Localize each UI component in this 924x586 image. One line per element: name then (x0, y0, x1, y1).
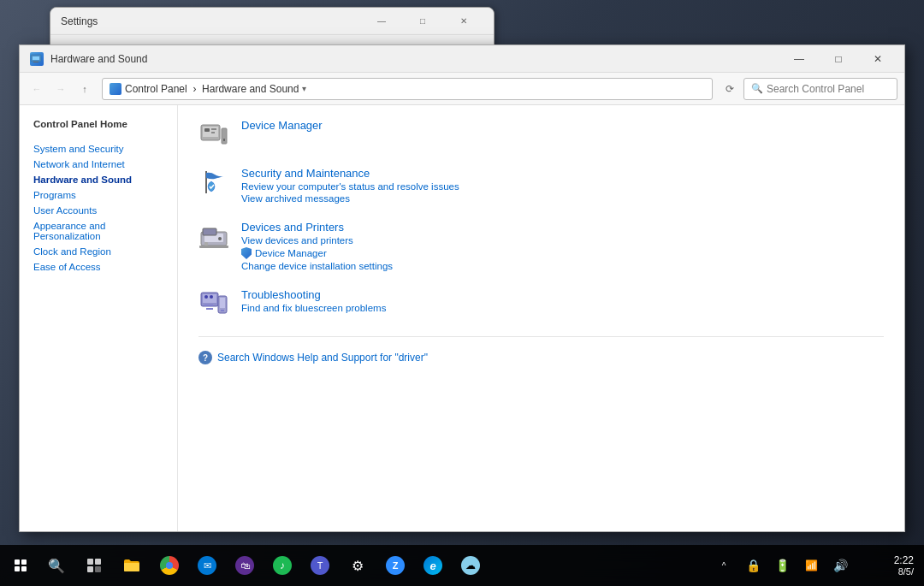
content-divider (198, 336, 884, 337)
taskbar-taskview-button[interactable] (77, 548, 111, 583)
svg-rect-8 (222, 128, 227, 144)
view-devices-link[interactable]: View devices and printers (241, 235, 884, 246)
taskbar-weather-button[interactable]: ☁ (453, 548, 488, 583)
taskbar-clock[interactable]: 2:22 8/5/ (861, 554, 921, 577)
forward-button[interactable]: → (50, 79, 71, 99)
taskbar-mail-button[interactable]: ✉ (190, 548, 224, 583)
troubleshooting-title[interactable]: Troubleshooting (241, 288, 321, 301)
taskbar-chrome-button[interactable] (152, 548, 187, 583)
settings-title: Settings (61, 15, 362, 27)
taskbar-explorer-button[interactable] (115, 548, 149, 583)
change-device-link[interactable]: Change device installation settings (241, 261, 884, 271)
bluescreen-link[interactable]: Find and fix bluescreen problems (241, 303, 884, 313)
devices-printers-title[interactable]: Devices and Printers (241, 221, 344, 234)
devices-printers-icon (198, 221, 229, 252)
tray-battery[interactable]: 🔋 (768, 548, 796, 583)
taskbar-spotify-button[interactable]: ♪ (265, 548, 299, 583)
weather-icon: ☁ (461, 556, 480, 575)
taskbar-teams-button[interactable]: T (303, 548, 337, 583)
settings-minimize-button[interactable]: — (362, 8, 401, 35)
back-button[interactable]: ← (27, 79, 47, 99)
up-button[interactable]: ↑ (74, 79, 95, 99)
sidebar-home-link[interactable]: Control Panel Home (20, 115, 177, 133)
tray-network[interactable]: 📶 (797, 548, 825, 583)
svg-rect-6 (211, 128, 216, 130)
svg-rect-16 (199, 246, 228, 248)
review-status-link[interactable]: Review your computer's status and resolv… (241, 181, 884, 192)
svg-point-20 (210, 295, 213, 299)
svg-rect-7 (211, 132, 215, 133)
svg-point-19 (204, 295, 208, 299)
sidebar-item-programs[interactable]: Programs (20, 187, 177, 203)
device-manager-content: Device Manager (241, 119, 884, 132)
svg-rect-27 (95, 559, 101, 565)
taskbar-tray: ^ 🔒 🔋 📶 🔊 (703, 548, 861, 583)
svg-rect-30 (124, 563, 139, 571)
section-troubleshooting: Troubleshooting Find and fix bluescreen … (198, 288, 884, 319)
svg-rect-24 (204, 305, 213, 306)
cp-title-icon (30, 52, 44, 66)
store-icon: 🛍 (235, 556, 254, 575)
security-maintenance-icon (198, 167, 229, 198)
sidebar-item-appearance[interactable]: Appearance and Personalization (20, 218, 177, 244)
taskbar-settings-button[interactable]: ⚙ (341, 548, 375, 583)
sidebar-item-ease-access[interactable]: Ease of Access (20, 259, 177, 275)
address-bar-text: Control Panel › Hardware and Sound (125, 83, 299, 95)
address-bar[interactable]: Control Panel › Hardware and Sound ▾ (102, 78, 713, 100)
tray-chevron[interactable]: ^ (710, 548, 737, 583)
taskbar-store-button[interactable]: 🛍 (228, 548, 262, 583)
sidebar-item-user-accounts[interactable]: User Accounts (20, 203, 177, 218)
cp-maximize-button[interactable]: □ (819, 45, 858, 73)
svg-rect-4 (203, 127, 218, 137)
cp-close-button[interactable]: ✕ (858, 45, 897, 73)
sidebar-item-network-internet[interactable]: Network and Internet (20, 157, 177, 172)
sidebar-item-clock-region[interactable]: Clock and Region (20, 244, 177, 259)
address-dropdown-arrow[interactable]: ▾ (302, 84, 306, 93)
sidebar-item-hardware-sound[interactable]: Hardware and Sound (20, 172, 177, 187)
taskbar-zoom-button[interactable]: Z (378, 548, 412, 583)
section-device-manager: Device Manager (198, 119, 884, 150)
sidebar-item-system-security[interactable]: System and Security (20, 141, 177, 157)
cp-main-content: Device Manager (178, 105, 904, 531)
cp-minimize-button[interactable]: — (779, 45, 819, 73)
clock-time: 2:22 (894, 554, 914, 566)
taskbar-search-icon: 🔍 (48, 558, 65, 574)
device-manager-shield-link[interactable]: Device Manager (241, 247, 884, 259)
zoom-icon: Z (386, 556, 405, 575)
address-bar-icon (110, 83, 121, 95)
spotify-icon: ♪ (273, 556, 292, 575)
start-button[interactable] (3, 548, 38, 583)
security-maintenance-title[interactable]: Security and Maintenance (241, 167, 370, 180)
search-input[interactable] (767, 83, 890, 95)
help-link[interactable]: ? Search Windows Help and Support for "d… (198, 351, 884, 364)
desktop: Settings — □ ✕ Hardware and Sound — □ (0, 0, 924, 586)
help-icon: ? (198, 351, 212, 364)
cp-titlebar: Hardware and Sound — □ ✕ (20, 45, 904, 73)
search-box: 🔍 (743, 78, 897, 100)
settings-maximize-button[interactable]: □ (403, 8, 442, 35)
tray-volume[interactable]: 🔊 (826, 548, 854, 583)
settings-close-button[interactable]: ✕ (444, 8, 483, 35)
taskbar-search-button[interactable]: 🔍 (39, 548, 74, 583)
svg-rect-25 (206, 308, 213, 310)
device-manager-link-label: Device Manager (255, 248, 327, 258)
view-archived-link[interactable]: View archived messages (241, 193, 884, 204)
troubleshooting-icon (198, 288, 229, 319)
svg-rect-22 (220, 298, 225, 308)
svg-rect-23 (221, 310, 224, 311)
edge-icon: e (424, 556, 442, 575)
help-link-text: Search Windows Help and Support for "dri… (217, 352, 428, 364)
taskbar-edge-button[interactable]: e (416, 548, 450, 583)
cp-navbar: ← → ↑ Control Panel › Hardware and Sound… (20, 73, 904, 105)
section-devices-printers: Devices and Printers View devices and pr… (198, 221, 884, 271)
troubleshooting-content: Troubleshooting Find and fix bluescreen … (241, 288, 884, 313)
svg-rect-28 (87, 566, 93, 572)
svg-rect-14 (204, 242, 208, 246)
refresh-button[interactable]: ⟳ (720, 79, 740, 99)
device-manager-title[interactable]: Device Manager (241, 119, 323, 132)
tray-security[interactable]: 🔒 (739, 548, 767, 583)
settings-gear-icon: ⚙ (352, 558, 364, 574)
svg-rect-2 (33, 62, 38, 62)
teams-icon: T (311, 556, 329, 575)
devices-printers-content: Devices and Printers View devices and pr… (241, 221, 884, 271)
